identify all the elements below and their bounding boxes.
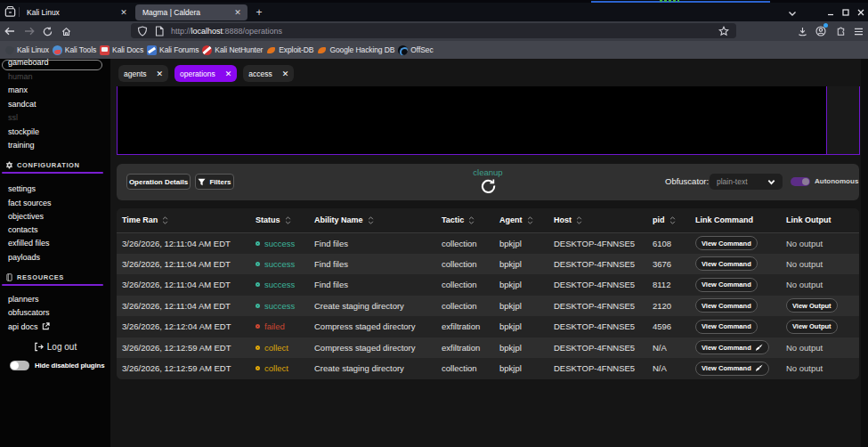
reload-icon[interactable] xyxy=(40,24,54,38)
view-command-button[interactable]: View Command xyxy=(695,236,758,250)
sidebar-item-fact-sources[interactable]: fact sources xyxy=(0,196,105,210)
view-pill-agents[interactable]: agents✕ xyxy=(118,65,168,82)
sidebar-item-obfuscators[interactable]: obfuscators xyxy=(0,306,105,321)
cleanup-link[interactable]: cleanup xyxy=(473,167,502,177)
status-ring-icon xyxy=(256,345,260,350)
sidebar-item-stockpile[interactable]: stockpile xyxy=(0,125,105,139)
view-output-button[interactable]: View Output xyxy=(786,320,838,334)
bookmark-item[interactable]: OffSec xyxy=(398,45,433,55)
column-header[interactable]: Time Ran xyxy=(117,208,250,232)
view-command-button[interactable]: View Command xyxy=(695,298,758,313)
window-close-button[interactable] xyxy=(856,6,866,19)
operation-graph-canvas[interactable] xyxy=(118,86,827,154)
autonomous-toggle[interactable] xyxy=(791,177,810,186)
column-header[interactable]: Tactic xyxy=(436,208,494,232)
cell-status: success xyxy=(250,274,309,296)
view-command-button[interactable]: View Command xyxy=(695,256,758,271)
operation-link-row[interactable]: 3/26/2026, 12:12:04 AM EDT failed Compre… xyxy=(117,316,859,337)
downloads-icon[interactable] xyxy=(795,24,809,38)
cell-agent: bpkjpl xyxy=(494,232,548,254)
sidebar-item-manx[interactable]: manx xyxy=(0,84,105,98)
sidebar-item-ssl[interactable]: ssl xyxy=(0,111,105,126)
sort-icon[interactable] xyxy=(285,216,291,224)
view-output-button[interactable]: View Output xyxy=(786,298,838,313)
shield-icon[interactable] xyxy=(137,26,148,37)
operation-link-row[interactable]: 3/26/2026, 12:11:04 AM EDT success Find … xyxy=(117,274,859,296)
bookmark-star-icon[interactable] xyxy=(718,26,729,37)
sidebar-item-gameboard[interactable]: gameboard xyxy=(0,59,105,69)
tab-close-icon[interactable]: ✕ xyxy=(231,6,244,19)
sort-icon[interactable] xyxy=(468,216,475,224)
sidebar-item-training[interactable]: training xyxy=(0,139,105,153)
caldera-sidebar: gameboardhumanmanxsandcatsslstockpiletra… xyxy=(0,59,110,447)
tab-list-chevron-icon[interactable] xyxy=(787,8,798,19)
refresh-icon[interactable] xyxy=(481,178,496,193)
bookmark-item[interactable]: Google Hacking DB xyxy=(317,45,394,55)
bookmark-item[interactable]: Kali Docs xyxy=(100,45,143,55)
menu-hamburger-icon[interactable] xyxy=(851,24,865,38)
hide-disabled-plugins-toggle[interactable] xyxy=(10,361,29,370)
pill-close-icon[interactable]: ✕ xyxy=(225,69,232,78)
url-bar[interactable]: http://localhost:8888/operations xyxy=(131,23,736,38)
column-header[interactable]: Ability Name xyxy=(309,208,436,232)
obfuscator-select[interactable]: plain-text xyxy=(710,174,783,190)
pill-close-icon[interactable]: ✕ xyxy=(157,69,164,78)
operation-link-row[interactable]: 3/26/2026, 12:12:59 AM EDT collect Creat… xyxy=(117,358,859,379)
view-pill-access[interactable]: access✕ xyxy=(243,65,294,82)
sidebar-item-settings[interactable]: settings xyxy=(0,183,105,197)
new-tab-button[interactable]: + xyxy=(253,6,265,19)
bookmark-item[interactable]: Kali NetHunter xyxy=(202,45,263,55)
sidebar-item-api-docs[interactable]: api docs xyxy=(0,320,105,334)
operation-toolbar-card: Operation Details Filters cleanup Obfusc… xyxy=(117,164,859,200)
sort-icon[interactable] xyxy=(368,216,374,224)
sort-icon[interactable] xyxy=(576,216,582,224)
column-header[interactable]: Host xyxy=(548,208,647,232)
pill-close-icon[interactable]: ✕ xyxy=(282,69,289,78)
page-info-icon[interactable] xyxy=(154,26,165,37)
operation-link-row[interactable]: 3/26/2026, 12:11:04 AM EDT success Find … xyxy=(117,232,859,254)
sidebar-item-planners[interactable]: planners xyxy=(0,293,105,307)
bookmark-item[interactable]: Kali Tools xyxy=(53,45,96,55)
view-command-button[interactable]: View Command xyxy=(695,362,769,376)
window-minimize-button[interactable] xyxy=(825,6,836,19)
sidebar-item-objectives[interactable]: objectives xyxy=(0,209,105,224)
back-icon[interactable] xyxy=(3,24,17,38)
browser-tab-caldera[interactable]: Magma | Caldera ✕ xyxy=(135,4,247,20)
sort-icon[interactable] xyxy=(527,216,533,224)
firefox-view-icon[interactable] xyxy=(4,5,17,19)
sort-icon[interactable] xyxy=(669,216,676,224)
operation-link-row[interactable]: 3/26/2026, 12:11:04 AM EDT success Creat… xyxy=(117,296,859,317)
browser-tab-bar: Kali Linux ✕ Magma | Caldera ✕ + xyxy=(0,3,868,21)
window-maximize-button[interactable] xyxy=(840,6,851,19)
cell-link-output: No output xyxy=(781,254,859,275)
sidebar-item-contacts[interactable]: contacts xyxy=(0,223,105,237)
extensions-icon[interactable] xyxy=(833,24,848,38)
operation-link-row[interactable]: 3/26/2026, 12:12:59 AM EDT collect Compr… xyxy=(117,337,859,359)
sidebar-item-sandcat[interactable]: sandcat xyxy=(0,97,105,111)
view-command-button[interactable]: View Command xyxy=(695,340,769,354)
forward-icon[interactable] xyxy=(22,24,37,38)
bookmark-item[interactable]: Exploit-DB xyxy=(266,45,313,55)
bookmark-item[interactable]: Kali Forums xyxy=(147,45,199,55)
column-header[interactable]: pid xyxy=(647,208,690,232)
column-header[interactable]: Link Command xyxy=(690,208,781,232)
logout-button[interactable]: Log out xyxy=(0,341,110,352)
page-scrollbar[interactable] xyxy=(861,59,868,447)
view-command-button[interactable]: View Command xyxy=(695,320,758,334)
sort-icon[interactable] xyxy=(162,216,168,224)
sidebar-item-exfilled-files[interactable]: exfilled files xyxy=(0,237,105,251)
view-command-button[interactable]: View Command xyxy=(695,278,758,292)
column-header[interactable]: Agent xyxy=(494,208,548,232)
operation-link-row[interactable]: 3/26/2026, 12:11:04 AM EDT success Find … xyxy=(117,254,859,275)
tab-close-icon[interactable]: ✕ xyxy=(118,6,130,19)
column-header[interactable]: Link Output xyxy=(781,208,859,232)
column-header[interactable]: Status xyxy=(250,208,309,232)
view-pill-operations[interactable]: operations✕ xyxy=(174,65,237,82)
browser-tab-kali-linux[interactable]: Kali Linux ✕ xyxy=(20,4,134,20)
bookmark-item[interactable]: Kali Linux xyxy=(4,45,49,55)
account-icon[interactable] xyxy=(814,24,828,38)
home-icon[interactable] xyxy=(59,24,73,38)
sidebar-item-human[interactable]: human xyxy=(0,69,105,84)
url-text[interactable]: http://localhost:8888/operations xyxy=(171,27,718,36)
sidebar-item-payloads[interactable]: payloads xyxy=(0,250,105,264)
